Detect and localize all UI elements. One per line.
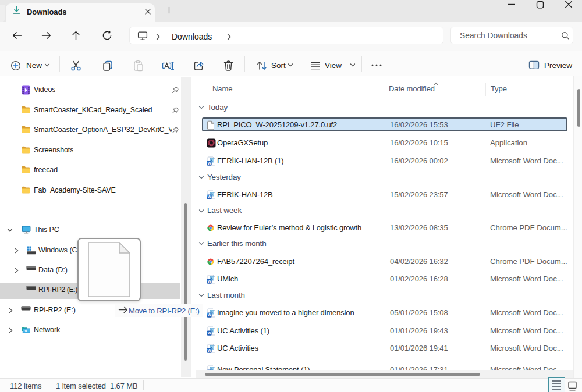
svg-text:W: W [207, 313, 211, 317]
svg-text:W: W [207, 161, 211, 165]
svg-text:W: W [207, 330, 211, 334]
svg-text:W: W [207, 279, 211, 283]
svg-text:W: W [207, 348, 211, 352]
svg-text:W: W [207, 195, 211, 199]
